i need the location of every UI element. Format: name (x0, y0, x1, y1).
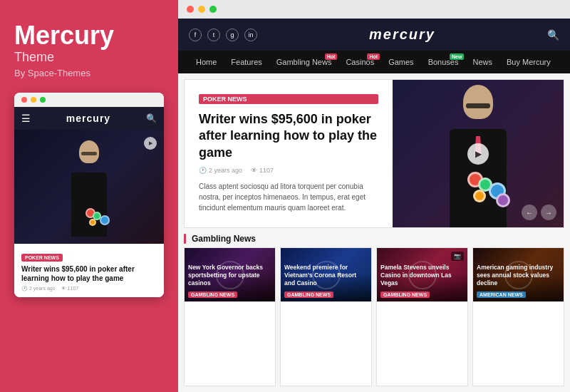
news-card-3-title-overlay: Pamela Stevens unveils Casino in downtow… (380, 264, 464, 287)
big-chips (467, 172, 517, 215)
website-content: f t g in mercury 🔍 Home Features Gamblin… (178, 19, 570, 392)
browser-dot-red[interactable] (187, 6, 194, 13)
nav-casinos[interactable]: Casinos Hot (338, 51, 381, 73)
right-panel: f t g in mercury 🔍 Home Features Gamblin… (178, 0, 570, 392)
section-accent (184, 234, 186, 244)
news-card-4[interactable]: American News American gaming industry s… (472, 247, 564, 386)
mini-nav: ☰ mercury 🔍 (14, 107, 164, 130)
hero-title: Writer wins $95,600 in poker after learn… (199, 111, 378, 161)
mini-article-meta: 🕑 2 years ago 👁 1107 (21, 286, 157, 292)
hero-meta-views: 👁 1107 (251, 167, 274, 174)
facebook-icon[interactable]: f (189, 29, 202, 41)
main-content: Poker News Writer wins $95,600 in poker … (178, 73, 570, 392)
hero-play-button[interactable]: ▶ (467, 143, 489, 165)
news-grid: Gambling News New York Governor backs sp… (178, 247, 570, 392)
news-card-2-overlay-text: Weekend premiere for Vietnam's Corona Re… (284, 264, 368, 287)
mini-hamburger-icon[interactable]: ☰ (21, 113, 31, 124)
news-card-2[interactable]: Gambling News Weekend premiere for Vietn… (280, 247, 372, 386)
news-card-1-overlay-text: New York Governor backs sportsbetting fo… (188, 264, 271, 287)
news-card-4-badge: American News (477, 292, 526, 298)
mini-person-figure (61, 137, 118, 237)
mini-meta-time: 🕑 2 years ago (21, 286, 56, 292)
bonuses-badge: New (450, 53, 464, 60)
hero-next-button[interactable]: → (541, 205, 556, 220)
news-card-1[interactable]: Gambling News New York Governor backs sp… (184, 247, 276, 386)
mini-article-badge: Poker News (21, 254, 63, 262)
mini-head (79, 140, 99, 163)
main-navigation: Home Features Gambling News Hot Casinos … (178, 51, 570, 73)
mini-browser-bar (14, 93, 164, 107)
brand-title: Mercury (14, 21, 164, 50)
brand-by: By Space-Themes (14, 68, 164, 78)
hero-meta: 🕑 2 years ago 👁 1107 (199, 167, 378, 174)
casinos-badge: Hot (367, 53, 380, 60)
gambling-news-header: Gambling News (178, 228, 570, 247)
big-chip-4 (473, 190, 486, 202)
hero-nav-buttons: ← → (522, 205, 556, 220)
browser-chrome (178, 0, 570, 19)
twitter-icon[interactable]: t (207, 29, 220, 41)
mini-chips (86, 208, 114, 229)
nav-gambling-news[interactable]: Gambling News Hot (269, 51, 339, 73)
search-icon[interactable]: 🔍 (547, 29, 559, 41)
big-head (463, 85, 493, 119)
news-card-4-title-overlay: American gaming industry sees annual sto… (477, 264, 560, 287)
mini-logo: mercury (66, 113, 110, 124)
news-card-3-image: 📷 Gambling News Pamela Stevens unveils C… (377, 248, 467, 301)
browser-dot-green[interactable] (209, 6, 217, 13)
news-card-1-image: Gambling News New York Governor backs sp… (185, 248, 275, 301)
mini-dot-green (40, 97, 46, 103)
site-logo: mercury (369, 26, 435, 43)
mini-dot-yellow (31, 97, 36, 103)
mini-article-content: Poker News Writer wins $95,600 in poker … (14, 244, 164, 297)
news-card-3[interactable]: 📷 Gambling News Pamela Stevens unveils C… (376, 247, 468, 386)
mini-play-button[interactable]: ▶ (144, 137, 157, 150)
news-card-4-image: American News American gaming industry s… (473, 248, 564, 301)
nav-news[interactable]: News (465, 51, 499, 73)
top-navigation: f t g in mercury 🔍 (178, 19, 570, 51)
news-card-2-title-overlay: Weekend premiere for Vietnam's Corona Re… (284, 264, 368, 287)
news-card-2-image: Gambling News Weekend premiere for Vietn… (281, 248, 371, 301)
hero-article: Poker News Writer wins $95,600 in poker … (185, 80, 393, 227)
big-glasses (466, 103, 490, 108)
hero-image: ▶ ← → (393, 80, 564, 227)
news-card-1-badge: Gambling News (188, 292, 237, 298)
mini-search-icon[interactable]: 🔍 (146, 113, 157, 123)
hero-prev-button[interactable]: ← (522, 205, 537, 220)
chip-4 (89, 219, 96, 226)
mini-hero-figure (14, 130, 164, 244)
news-card-4-overlay-text: American gaming industry sees annual sto… (477, 264, 560, 287)
nav-features[interactable]: Features (224, 51, 269, 73)
mini-browser-preview: ☰ mercury 🔍 (14, 93, 164, 297)
social-icons: f t g in (189, 29, 257, 41)
nav-home[interactable]: Home (189, 51, 224, 73)
chip-3 (100, 215, 110, 225)
news-card-3-overlay-text: Pamela Stevens unveils Casino in downtow… (380, 264, 464, 287)
gambling-news-title: Gambling News (192, 234, 256, 244)
big-chip-5 (496, 193, 510, 207)
mini-dot-red (21, 97, 27, 103)
nav-bonuses[interactable]: Bonuses New (421, 51, 466, 73)
hero-section: Poker News Writer wins $95,600 in poker … (184, 79, 564, 228)
news-card-3-badge: Gambling News (380, 292, 430, 298)
browser-dot-yellow[interactable] (198, 6, 205, 13)
mini-meta-views: 👁 1107 (61, 286, 79, 291)
left-panel: Mercury Theme By Space-Themes ☰ mercury … (0, 0, 178, 392)
hero-excerpt: Class aptent sociosqu ad litora torquent… (199, 181, 378, 213)
nav-buy-mercury[interactable]: Buy Mercury (499, 51, 558, 73)
news-card-2-badge: Gambling News (284, 292, 333, 298)
linkedin-icon[interactable]: in (244, 29, 257, 41)
news-card-1-title-overlay: New York Governor backs sportsbetting fo… (188, 264, 271, 287)
nav-games[interactable]: Games (381, 51, 420, 73)
mini-glasses (81, 152, 97, 155)
brand-section: Mercury Theme By Space-Themes (14, 21, 164, 78)
google-plus-icon[interactable]: g (226, 29, 239, 41)
hero-badge: Poker News (199, 94, 378, 104)
mini-article-headline: Writer wins $95,600 in poker after learn… (21, 264, 157, 283)
mini-hero-image: ▶ (14, 130, 164, 244)
brand-subtitle: Theme (14, 50, 164, 65)
gambling-news-badge: Hot (325, 53, 338, 60)
hero-meta-time: 🕑 2 years ago (199, 167, 242, 174)
